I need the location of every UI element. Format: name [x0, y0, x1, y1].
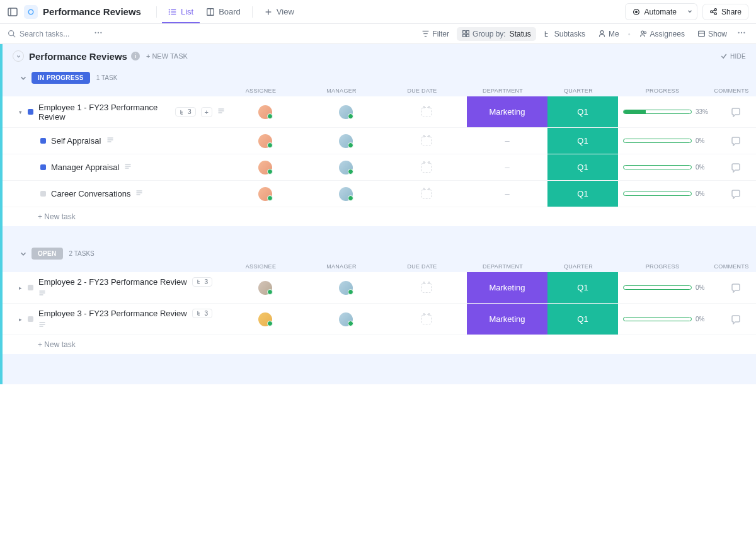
quarter-cell[interactable]: Q1	[547, 304, 618, 335]
task-name[interactable]: Self Appraisal	[51, 136, 101, 146]
quarter-cell[interactable]: Q1	[547, 128, 618, 154]
assignee-cell[interactable]	[225, 312, 306, 326]
status-pill[interactable]: IN PROGRESS	[32, 72, 90, 84]
department-cell[interactable]: –	[467, 154, 547, 180]
expand-arrow[interactable]: ▸	[19, 316, 25, 323]
tab-board[interactable]: Board	[200, 0, 247, 23]
search-input[interactable]	[20, 30, 89, 38]
status-square[interactable]	[40, 164, 46, 170]
due-date-cell[interactable]	[386, 314, 467, 324]
tab-add-view[interactable]: View	[258, 0, 301, 23]
quarter-cell[interactable]: Q1	[547, 272, 618, 303]
avatar	[258, 187, 272, 201]
progress-cell[interactable]: 33%	[618, 108, 716, 115]
new-task-row[interactable]: + New task	[3, 207, 756, 226]
comments-cell[interactable]	[716, 314, 756, 324]
comments-cell[interactable]	[716, 163, 756, 173]
assignees-button[interactable]: Assignees	[634, 27, 690, 41]
new-task-link[interactable]: + NEW TASK	[146, 52, 188, 60]
description-icon[interactable]	[106, 136, 114, 146]
tab-list[interactable]: List	[162, 0, 200, 23]
department-cell[interactable]: –	[467, 181, 547, 207]
new-task-row[interactable]: + New task	[3, 335, 756, 354]
filter-icon	[421, 30, 430, 38]
description-icon[interactable]	[124, 163, 132, 172]
assignee-cell[interactable]	[225, 105, 306, 119]
status-pill[interactable]: OPEN	[32, 248, 63, 260]
collapse-group[interactable]	[19, 74, 28, 83]
manager-cell[interactable]	[306, 187, 386, 201]
plus-icon	[264, 8, 273, 16]
expand-arrow[interactable]: ▸	[19, 285, 25, 291]
assignee-cell[interactable]	[225, 161, 306, 175]
show-button[interactable]: Show	[692, 27, 732, 41]
progress-cell[interactable]: 0%	[618, 284, 716, 291]
assignee-cell[interactable]	[225, 281, 306, 295]
description-icon[interactable]	[135, 189, 143, 198]
task-name[interactable]: Employee 2 - FY23 Performance Review	[38, 277, 187, 287]
collapse-list[interactable]	[13, 50, 24, 62]
progress-cell[interactable]: 0%	[618, 164, 716, 171]
hide-button[interactable]: HIDE	[720, 52, 746, 60]
col-due-date: DUE DATE	[382, 263, 462, 270]
sidebar-toggle-icon[interactable]	[8, 7, 18, 17]
me-button[interactable]: Me	[593, 27, 624, 41]
subtasks-button[interactable]: Subtasks	[539, 27, 590, 41]
comments-cell[interactable]	[716, 189, 756, 199]
subtask-count-pill[interactable]: 3	[175, 107, 196, 117]
due-date-cell[interactable]	[386, 163, 467, 173]
subtask-count-pill[interactable]: 3	[192, 309, 213, 318]
progress-cell[interactable]: 0%	[618, 316, 716, 323]
subtasks-icon	[544, 30, 552, 38]
manager-cell[interactable]	[306, 134, 386, 148]
due-date-cell[interactable]	[386, 136, 467, 146]
department-cell[interactable]: Marketing	[467, 304, 547, 335]
department-cell[interactable]: Marketing	[467, 272, 547, 303]
status-square[interactable]	[40, 191, 46, 197]
manager-cell[interactable]	[306, 105, 386, 119]
task-name[interactable]: Employee 1 - FY23 Performance Review	[38, 103, 170, 122]
quarter-cell[interactable]: Q1	[547, 154, 618, 180]
due-date-cell[interactable]	[386, 107, 467, 117]
quarter-cell[interactable]: Q1	[547, 181, 618, 207]
task-name[interactable]: Manager Appraisal	[51, 163, 119, 172]
toolbar-more[interactable]	[735, 26, 748, 42]
share-button[interactable]: Share	[702, 4, 748, 20]
assignee-cell[interactable]	[225, 134, 306, 148]
description-icon[interactable]	[38, 289, 46, 299]
search-more[interactable]	[91, 26, 105, 42]
quarter-cell[interactable]: Q1	[547, 96, 618, 127]
department-cell[interactable]: Marketing	[467, 96, 547, 127]
status-square[interactable]	[28, 109, 33, 115]
due-date-cell[interactable]	[386, 283, 467, 293]
department-cell[interactable]: –	[467, 128, 547, 154]
list-header: Performance Reviews i + NEW TASK HIDE	[0, 44, 756, 68]
task-name[interactable]: Career Conversations	[51, 189, 130, 198]
assignee-cell[interactable]	[225, 187, 306, 201]
status-square[interactable]	[28, 316, 33, 322]
status-square[interactable]	[40, 138, 46, 144]
filter-button[interactable]: Filter	[416, 27, 454, 41]
people-icon	[639, 30, 648, 38]
automate-button[interactable]: Automate	[625, 3, 684, 20]
collapse-group[interactable]	[19, 249, 28, 258]
comments-cell[interactable]	[716, 283, 756, 293]
manager-cell[interactable]	[306, 281, 386, 295]
expand-arrow[interactable]: ▾	[19, 109, 25, 115]
description-icon[interactable]	[217, 107, 225, 117]
due-date-cell[interactable]	[386, 189, 467, 199]
group-by-button[interactable]: Group by: Status	[457, 27, 536, 41]
subtask-count-pill[interactable]: 3	[192, 277, 213, 287]
info-icon[interactable]: i	[131, 52, 140, 60]
status-square[interactable]	[28, 285, 33, 290]
manager-cell[interactable]	[306, 161, 386, 175]
manager-cell[interactable]	[306, 312, 386, 326]
automate-dropdown[interactable]	[683, 3, 697, 20]
description-icon[interactable]	[38, 321, 46, 330]
progress-cell[interactable]: 0%	[618, 137, 716, 144]
comments-cell[interactable]	[716, 107, 756, 117]
comments-cell[interactable]	[716, 136, 756, 146]
progress-cell[interactable]: 0%	[618, 190, 716, 197]
add-subtask[interactable]: +	[201, 107, 212, 117]
task-name[interactable]: Employee 3 - FY23 Performance Review	[38, 309, 187, 318]
